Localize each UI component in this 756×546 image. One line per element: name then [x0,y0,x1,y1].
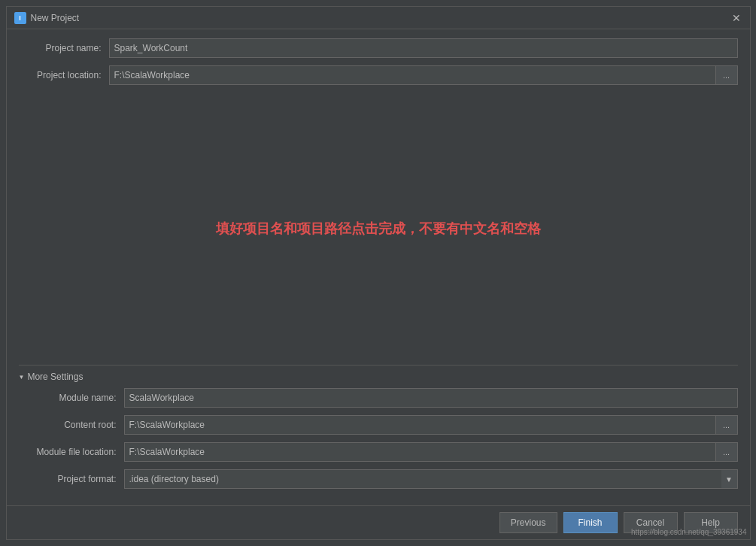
finish-button[interactable]: Finish [563,512,618,533]
project-location-row: Project location: ... [19,65,738,85]
module-file-location-row: Module file location: ... [34,442,738,462]
project-name-input[interactable] [109,38,738,58]
content-root-browse-button[interactable]: ... [715,415,738,435]
title-bar-left: I New Project [14,12,80,24]
new-project-dialog: I New Project ✕ Project name: Project lo… [6,6,751,540]
project-name-label: Project name: [19,43,109,53]
center-message: 填好项目名和项目路径点击完成，不要有中文名和空格 [216,220,541,238]
project-format-select[interactable]: .idea (directory based) Eclipse (.classp… [124,469,738,489]
module-name-row: Module name: [34,388,738,408]
project-format-row: Project format: .idea (directory based) … [34,469,738,489]
previous-button[interactable]: Previous [499,512,557,533]
module-file-location-input[interactable] [124,442,715,462]
title-bar: I New Project ✕ [7,7,750,29]
dialog-content: Project name: Project location: ... 填好项目… [7,29,750,505]
module-name-label: Module name: [34,393,124,403]
content-root-row: Content root: ... [34,415,738,435]
expand-icon: ▼ [19,374,25,381]
module-file-location-browse-button[interactable]: ... [715,442,738,462]
dialog-title: New Project [31,13,80,23]
project-format-label: Project format: [34,474,124,484]
more-settings-label: More Settings [27,372,83,382]
project-name-row: Project name: [19,38,738,58]
watermark: https://blog.csdn.net/qq_39361934 [631,528,746,536]
project-format-select-wrapper: .idea (directory based) Eclipse (.classp… [124,469,738,489]
module-file-location-input-group: ... [124,442,738,462]
close-button[interactable]: ✕ [730,12,742,24]
more-settings-section: ▼ More Settings Module name: Content roo… [19,365,738,496]
project-location-browse-button[interactable]: ... [715,65,738,85]
project-location-input[interactable] [109,65,715,85]
content-root-label: Content root: [34,420,124,430]
content-root-input[interactable] [124,415,715,435]
module-file-location-label: Module file location: [34,447,124,457]
more-settings-toggle[interactable]: ▼ More Settings [19,372,738,382]
project-location-label: Project location: [19,70,109,80]
content-root-input-group: ... [124,415,738,435]
dialog-icon: I [14,12,26,24]
module-name-input[interactable] [124,388,738,408]
more-settings-form: Module name: Content root: ... Module fi… [19,388,738,489]
project-location-input-group: ... [109,65,738,85]
center-message-area: 填好项目名和项目路径点击完成，不要有中文名和空格 [19,93,738,365]
